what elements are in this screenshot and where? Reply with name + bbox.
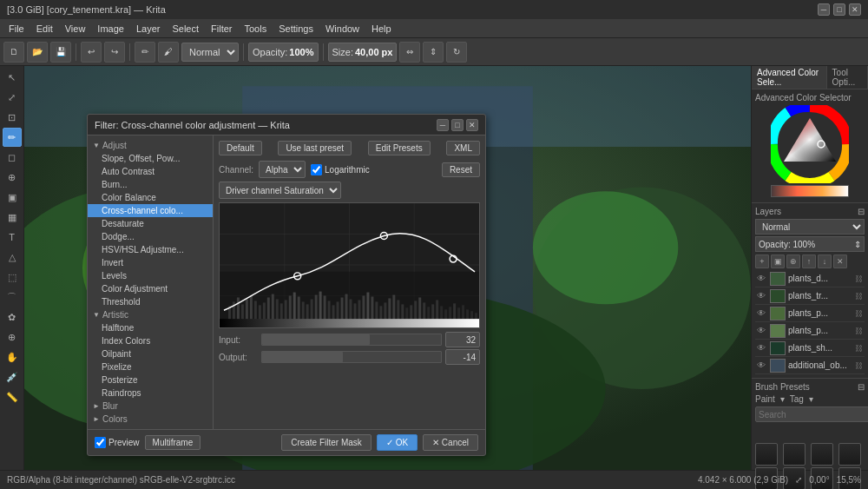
layer-item-additional-ob[interactable]: 👁 additional_ob... ⛓ <box>755 357 865 374</box>
mirror-h-button[interactable]: ⇔ <box>399 42 420 63</box>
filter-item-indexcolors[interactable]: Index Colors <box>88 334 213 347</box>
layer-item-plants-p2[interactable]: 👁 plants_p... ⛓ <box>755 322 865 340</box>
layer-move-up-button[interactable]: ↑ <box>802 254 816 268</box>
filter-item-burn[interactable]: Burn... <box>88 178 213 191</box>
select-bezier-tool[interactable]: ✿ <box>3 307 22 327</box>
menu-view[interactable]: View <box>60 22 91 36</box>
filter-item-hsv[interactable]: HSV/HSL Adjustme... <box>88 243 213 256</box>
menu-window[interactable]: Window <box>320 22 365 36</box>
filter-item-desaturate[interactable]: Desaturate <box>88 217 213 230</box>
tab-advanced-color-selector[interactable]: Advanced Color Sele... <box>752 66 827 89</box>
filter-item-posterize[interactable]: Posterize <box>88 373 213 387</box>
layer-duplicate-button[interactable]: ⊕ <box>786 254 800 268</box>
menu-edit[interactable]: Edit <box>31 22 58 36</box>
new-button[interactable]: 🗋 <box>3 42 24 63</box>
preset-default-button[interactable]: Default <box>219 141 262 155</box>
menu-image[interactable]: Image <box>92 22 129 36</box>
curve-area[interactable] <box>219 202 480 328</box>
filter-item-threshold[interactable]: Threshold <box>88 295 213 308</box>
undo-button[interactable]: ↩ <box>81 42 102 63</box>
layer-blend-select[interactable]: Normal <box>755 219 865 235</box>
color-wheel-container[interactable] <box>771 105 849 183</box>
zoom-tool[interactable]: ⊕ <box>3 327 22 347</box>
layers-panel-collapse-icon[interactable]: ⊟ <box>858 207 865 216</box>
logarithmic-checkbox[interactable] <box>311 164 322 175</box>
blend-mode-select[interactable]: Normal <box>181 43 239 62</box>
crop-tool[interactable]: ⊡ <box>3 108 22 127</box>
menu-filter[interactable]: Filter <box>206 22 237 36</box>
channel-select[interactable]: Alpha <box>259 161 306 178</box>
create-filter-mask-button[interactable]: Create Filter Mask <box>281 434 372 451</box>
filter-item-coloradjust[interactable]: Color Adjustment <box>88 282 213 295</box>
filter-item-halftone[interactable]: Halftone <box>88 321 213 334</box>
mirror-v-button[interactable]: ⇕ <box>423 42 444 63</box>
minimize-button[interactable]: ─ <box>818 3 830 16</box>
filter-item-invert[interactable]: Invert <box>88 256 213 269</box>
filter-category-adjust[interactable]: ▼ Adjust <box>88 139 213 152</box>
preview-checkbox-label[interactable]: Preview <box>95 437 140 448</box>
filter-item-oilpaint[interactable]: Oilpaint <box>88 347 213 360</box>
open-button[interactable]: 📂 <box>27 42 48 63</box>
dialog-minimize-button[interactable]: ─ <box>437 119 449 131</box>
filter-item-crosschannel[interactable]: Cross-channel colo... <box>88 204 213 217</box>
color-gradient-box[interactable] <box>771 185 849 197</box>
save-button[interactable]: 💾 <box>50 42 71 63</box>
logarithmic-checkbox-label[interactable]: Logarithmic <box>311 164 370 175</box>
filter-category-colors[interactable]: ► Colors <box>88 413 213 426</box>
menu-tools[interactable]: Tools <box>240 22 273 36</box>
brush-item-4[interactable] <box>838 443 861 466</box>
layer-opacity-control[interactable]: Opacity: 100% ⇕ <box>755 236 865 252</box>
close-button[interactable]: ✕ <box>849 3 861 16</box>
layer-group-button[interactable]: ▣ <box>771 254 785 268</box>
layer-add-button[interactable]: + <box>755 254 769 268</box>
cursor-tool[interactable]: ↖ <box>3 68 22 87</box>
layer-item-plants-d[interactable]: 👁 plants_d... ⛓ <box>755 270 865 287</box>
text-tool[interactable]: T <box>3 228 22 247</box>
input-slider[interactable] <box>261 334 442 346</box>
fill-tool[interactable]: ▣ <box>3 188 22 207</box>
redo-button[interactable]: ↪ <box>104 42 125 63</box>
ok-button[interactable]: ✓ OK <box>377 434 418 451</box>
rotate-canvas-button[interactable]: ↻ <box>446 42 467 63</box>
cancel-button[interactable]: ✕ Cancel <box>423 434 478 451</box>
shapes-tool[interactable]: △ <box>3 248 22 267</box>
driver-select[interactable]: Driver channel Saturation <box>219 182 341 199</box>
filter-category-artistic[interactable]: ▼ Artistic <box>88 308 213 321</box>
filter-item-raindrops[interactable]: Raindrops <box>88 387 213 400</box>
filter-item-slope[interactable]: Slope, Offset, Pow... <box>88 152 213 165</box>
color-picker-tool[interactable]: 💉 <box>3 367 22 387</box>
filter-item-colorbalance[interactable]: Color Balance <box>88 191 213 204</box>
layer-move-down-button[interactable]: ↓ <box>818 254 832 268</box>
edit-presets-button[interactable]: Edit Presets <box>368 141 431 155</box>
pan-tool[interactable]: ✋ <box>3 347 22 367</box>
transform-tool[interactable]: ⤢ <box>3 88 22 107</box>
filter-item-levels[interactable]: Levels <box>88 269 213 282</box>
layer-item-plants-sh[interactable]: 👁 plants_sh... ⛓ <box>755 340 865 357</box>
output-value[interactable] <box>445 349 480 365</box>
select-rect-tool[interactable]: ⬚ <box>3 268 22 287</box>
filter-category-blur[interactable]: ► Blur <box>88 400 213 413</box>
menu-select[interactable]: Select <box>167 22 204 36</box>
menu-settings[interactable]: Settings <box>273 22 319 36</box>
brush-item-1[interactable] <box>755 443 778 466</box>
canvas-area[interactable]: Filter: Cross-channel color adjustment —… <box>24 66 751 470</box>
layer-item-plants-p1[interactable]: 👁 plants_p... ⛓ <box>755 305 865 322</box>
layer-item-plants-tr[interactable]: 👁 plants_tr... ⛓ <box>755 287 865 305</box>
use-last-preset-button[interactable]: Use last preset <box>278 141 352 155</box>
brush-search-input[interactable] <box>755 406 868 422</box>
tab-tool-options[interactable]: Tool Opti... <box>827 66 868 89</box>
select-freehand-tool[interactable]: ⌒ <box>3 287 22 307</box>
preview-checkbox[interactable] <box>95 437 106 448</box>
output-slider[interactable] <box>261 351 442 363</box>
menu-help[interactable]: Help <box>366 22 397 36</box>
filter-item-pixelize[interactable]: Pixelize <box>88 360 213 373</box>
dialog-close-button[interactable]: ✕ <box>466 119 478 131</box>
multiframe-button[interactable]: Multiframe <box>145 435 201 450</box>
menu-layer[interactable]: Layer <box>131 22 166 36</box>
layer-delete-button[interactable]: ✕ <box>833 254 847 268</box>
xml-button[interactable]: XML <box>446 141 480 155</box>
filter-item-dodge[interactable]: Dodge... <box>88 230 213 243</box>
paintbrush-tool[interactable]: ✏ <box>3 128 22 147</box>
tool-icon[interactable]: ✏ <box>135 42 155 63</box>
brush-item-3[interactable] <box>811 443 833 466</box>
